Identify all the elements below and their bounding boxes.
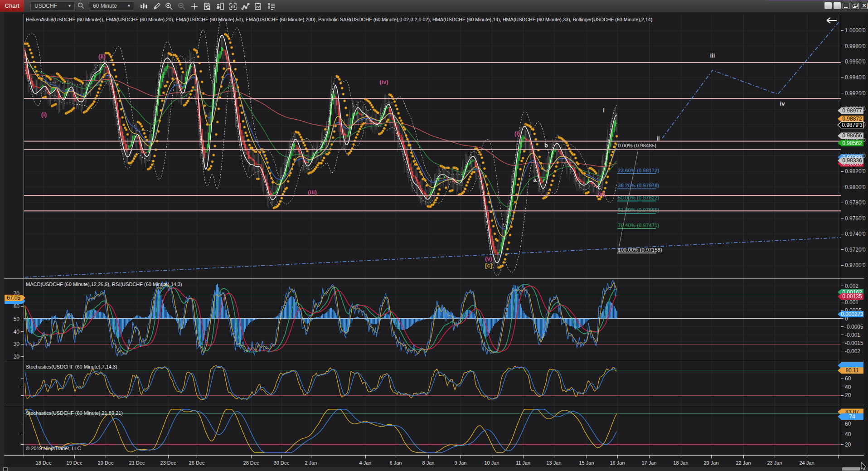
svg-text:(iii): (iii) [308,189,317,195]
svg-text:60: 60 [14,303,20,310]
svg-text:30 Dec: 30 Dec [274,460,290,466]
svg-text:40: 40 [845,384,851,390]
svg-text:0.9720'0: 0.9720'0 [845,247,866,253]
svg-text:23.60% (0.98172): 23.60% (0.98172) [618,168,659,173]
svg-text:26 Dec: 26 Dec [189,460,205,466]
svg-text:24 Jan: 24 Jan [799,460,814,466]
svg-text:[c]: [c] [485,262,492,269]
svg-text:-0.001: -0.001 [845,332,860,338]
svg-text:100.00% (0.97158): 100.00% (0.97158) [618,247,662,252]
svg-text:19 Dec: 19 Dec [67,460,82,466]
svg-text:(v): (v) [485,255,492,262]
svg-text:16 Jan: 16 Jan [610,460,625,466]
svg-text:23 Dec: 23 Dec [160,460,176,466]
svg-text:0.001: 0.001 [845,299,858,306]
svg-text:i: i [603,107,605,114]
svg-text:20 Jan: 20 Jan [703,460,718,466]
svg-text:20 Dec: 20 Dec [98,460,114,466]
svg-text:20: 20 [845,392,851,398]
svg-text:80.11: 80.11 [845,367,858,374]
svg-text:22 Jan: 22 Jan [736,460,751,466]
svg-text:1.0000'0: 1.0000'0 [845,27,866,34]
svg-text:0.98977: 0.98977 [842,107,862,114]
svg-text:20: 20 [14,354,20,360]
svg-text:0.9920'0: 0.9920'0 [845,90,866,97]
svg-text:0.9760'0: 0.9760'0 [845,215,866,222]
svg-text:10 Jan: 10 Jan [484,460,499,466]
svg-text:0.000273: 0.000273 [841,311,863,317]
svg-text:17 Jan: 17 Jan [641,460,656,466]
svg-text:iii: iii [710,52,715,59]
svg-text:-0.0015: -0.0015 [845,340,863,346]
svg-text:20: 20 [845,442,851,448]
svg-text:0.9740'0: 0.9740'0 [845,231,866,237]
svg-text:-0.0005: -0.0005 [845,324,863,330]
svg-text:0.9800'0: 0.9800'0 [845,184,866,190]
svg-text:40: 40 [845,431,851,437]
svg-text:76.40% (0.97471): 76.40% (0.97471) [618,223,659,228]
svg-text:8 Jan: 8 Jan [422,460,435,466]
svg-text:(ii): (ii) [98,53,106,60]
svg-text:0.9700'0: 0.9700'0 [845,262,866,268]
svg-text:61.80% (0.97665): 61.80% (0.97665) [618,207,659,213]
svg-text:c: c [597,184,601,191]
svg-text:(ii): (ii) [598,190,605,197]
svg-text:28 Dec: 28 Dec [243,460,259,466]
svg-text:0.002: 0.002 [845,283,858,289]
svg-text:21 Dec: 21 Dec [129,460,145,466]
svg-text:(i): (i) [514,130,520,137]
svg-text:0.9780'0: 0.9780'0 [845,199,866,206]
svg-text:0.9940'0: 0.9940'0 [845,74,866,81]
svg-text:40: 40 [14,329,20,335]
svg-text:4 Jan: 4 Jan [359,460,372,466]
svg-text:b: b [544,142,548,149]
svg-text:60: 60 [845,375,851,382]
svg-text:0.9980'0: 0.9980'0 [845,43,866,49]
svg-text:60: 60 [845,421,851,427]
svg-text:30: 30 [14,341,20,347]
svg-text:0.9879'3: 0.9879'3 [842,122,863,128]
svg-text:23 Jan: 23 Jan [767,460,782,466]
svg-text:Stochastics(USDCHF (60 Minute): Stochastics(USDCHF (60 Minute),21,89,21) [26,410,123,416]
svg-text:0.00135: 0.00135 [842,293,862,300]
svg-text:Stochastics(USDCHF (60 Minute): Stochastics(USDCHF (60 Minute),7,14,3) [26,364,117,369]
svg-text:38.20% (0.97978): 38.20% (0.97978) [618,183,659,188]
svg-text:50: 50 [14,316,20,322]
svg-text:0.9960'0: 0.9960'0 [845,58,866,65]
svg-text:-0.002: -0.002 [845,348,860,354]
svg-text:HeikenAshi8(USDCHF (60 Minute): HeikenAshi8(USDCHF (60 Minute)), EMA(USD… [26,17,652,22]
svg-text:iv: iv [780,100,786,107]
svg-text:MACD(USDCHF (60 Minute),12,26,: MACD(USDCHF (60 Minute),12,26,9), RSI(US… [26,282,182,287]
svg-text:67.05: 67.05 [7,295,20,301]
svg-text:0.9820'0: 0.9820'0 [845,168,866,175]
svg-text:9 Jan: 9 Jan [455,460,467,466]
svg-text:0.98336: 0.98336 [842,157,862,164]
svg-text:a: a [533,176,537,183]
svg-text:© 2019 NinjaTrader, LLC: © 2019 NinjaTrader, LLC [26,446,81,451]
svg-text:18 Jan: 18 Jan [673,460,688,466]
svg-text:13 Jan: 13 Jan [546,460,561,466]
svg-text:0.98656: 0.98656 [842,132,862,139]
svg-text:0.98872: 0.98872 [842,116,862,122]
svg-text:0.98562: 0.98562 [842,140,862,146]
svg-text:0.00% (0.98485): 0.00% (0.98485) [618,143,656,148]
svg-text:2 Jan: 2 Jan [305,460,317,466]
svg-text:(iv): (iv) [379,78,388,85]
svg-text:6 Jan: 6 Jan [390,460,402,466]
svg-text:18 Dec: 18 Dec [36,460,52,466]
svg-text:ii: ii [656,135,659,142]
svg-text:11 Jan: 11 Jan [516,460,530,466]
svg-text:15 Jan: 15 Jan [579,460,594,466]
svg-text:(i): (i) [41,111,47,118]
svg-text:74: 74 [849,413,855,420]
